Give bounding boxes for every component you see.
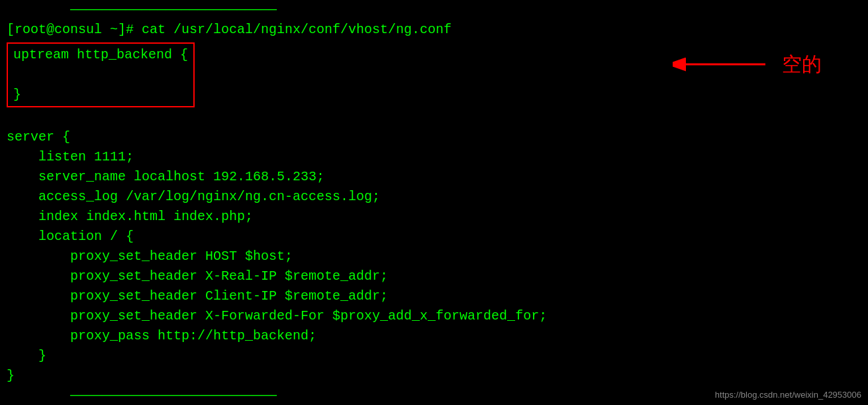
server-line9: proxy_set_header Client-IP $remote_addr;	[7, 286, 861, 306]
server-line7: proxy_set_header HOST $host;	[7, 247, 861, 266]
server-line4: access_log /var/log/nginx/ng.cn-access.l…	[7, 187, 861, 207]
server-line2: listen 1111;	[7, 147, 861, 167]
top-partial-line: ——————————————————————————	[7, 0, 861, 20]
server-line11: proxy_pass http://http_backend;	[7, 326, 861, 346]
server-line10: proxy_set_header X-Forwarded-For $proxy_…	[7, 306, 861, 326]
server-line5: index index.html index.php;	[7, 207, 861, 227]
upstream-line3: }	[13, 85, 188, 105]
terminal-window: —————————————————————————— [root@consul …	[0, 0, 868, 405]
server-line13: }	[7, 366, 861, 386]
server-line12: }	[7, 346, 861, 366]
prompt-line: [root@consul ~]# cat /usr/local/nginx/co…	[7, 20, 861, 40]
upstream-line1: uptream http_backend {	[13, 45, 188, 65]
server-line6: location / {	[7, 227, 861, 247]
annotation-container: 空的	[673, 48, 822, 81]
server-line1: server {	[7, 127, 861, 147]
annotation-arrow-svg	[673, 48, 779, 81]
upstream-block: uptream http_backend { }	[7, 42, 195, 107]
upstream-line2	[13, 65, 188, 85]
watermark: https://blog.csdn.net/weixin_42953006	[715, 390, 861, 400]
server-line3: server_name localhost 192.168.5.233;	[7, 167, 861, 187]
annotation-text: 空的	[782, 51, 822, 78]
server-line8: proxy_set_header X-Real-IP $remote_addr;	[7, 266, 861, 286]
